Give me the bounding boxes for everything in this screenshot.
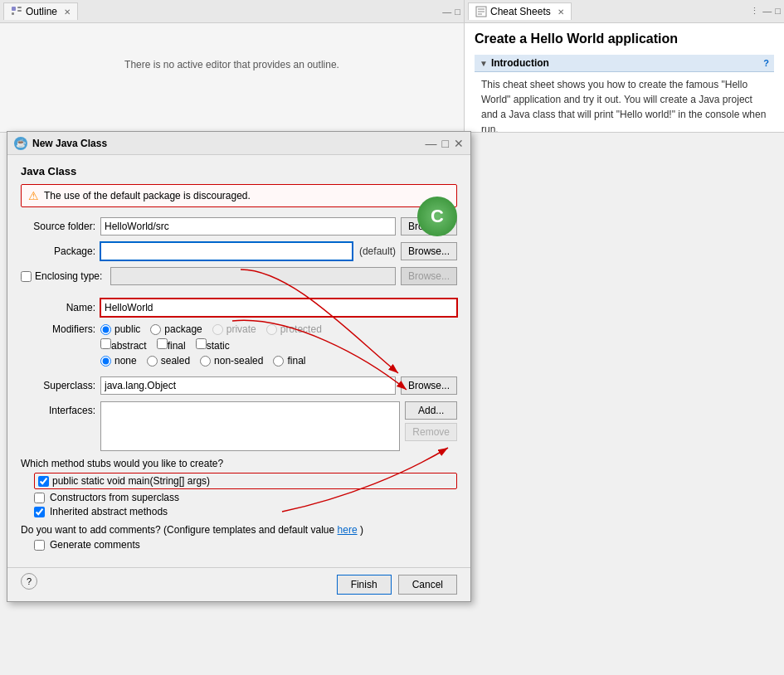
warning-icon: ⚠ — [28, 189, 39, 202]
cheatsheet-content: Create a Hello World application ▼ Intro… — [465, 23, 784, 132]
source-folder-label: Source folder: — [21, 221, 95, 232]
modifier-final-check-option[interactable]: final — [157, 338, 186, 352]
interfaces-remove-btn: Remove — [405, 423, 457, 441]
generate-comments-checkbox[interactable] — [34, 540, 45, 551]
dialog-help-btn[interactable]: ? — [21, 573, 37, 590]
source-folder-input[interactable] — [100, 217, 396, 236]
generate-comments-row: Generate comments — [34, 539, 457, 551]
package-label: Package: — [21, 245, 95, 257]
stub3-checkbox[interactable] — [34, 507, 45, 517]
outline-tab[interactable]: Outline ✕ — [3, 2, 78, 20]
stub1-row: public static void main(String[] args) — [34, 473, 457, 489]
interfaces-area: Interfaces: Add... Remove — [21, 401, 457, 451]
enclosing-type-label: Enclosing type: — [35, 270, 102, 282]
name-input[interactable] — [100, 299, 457, 317]
stub2-checkbox[interactable] — [34, 493, 45, 503]
enclosing-type-browse-btn: Browse... — [401, 267, 457, 285]
modifier-protected-label: protected — [280, 323, 322, 335]
modifier-sealed-label: sealed — [161, 355, 190, 367]
outline-tab-label: Outline — [26, 6, 57, 17]
introduction-header[interactable]: ▼ Introduction ? — [475, 55, 774, 72]
modifiers-other-group: abstract final static — [100, 338, 322, 352]
modifier-abstract-label: abstract — [111, 340, 147, 352]
comments-question: Do you want to add comments? (Configure … — [21, 524, 334, 536]
dialog-close-btn[interactable]: ✕ — [454, 137, 464, 150]
cheatsheet-tab-controls: ⋮ — □ — [750, 6, 781, 17]
package-row: Package: (default) Browse... — [21, 242, 457, 260]
svg-rect-1 — [12, 12, 14, 15]
modifiers-sealed-group: none sealed non-sealed final — [100, 355, 322, 367]
dialog-maximize-btn[interactable]: □ — [442, 137, 449, 150]
intro-text1: This cheat sheet shows you how to create… — [481, 77, 767, 132]
stubs-section: Which method stubs would you like to cre… — [21, 458, 457, 517]
cheatsheet-minimize-icon[interactable]: — — [762, 6, 772, 17]
dialog-minimize-btn[interactable]: — — [426, 137, 437, 150]
dialog-titlebar: ☕ New Java Class — □ ✕ — [7, 132, 470, 155]
package-browse-btn[interactable]: Browse... — [401, 242, 457, 260]
outline-tab-bar: Outline ✕ — □ — [0, 0, 464, 23]
modifier-private-option[interactable]: private — [212, 323, 256, 335]
interfaces-buttons: Add... Remove — [405, 401, 457, 441]
outline-maximize-icon[interactable]: □ — [455, 7, 460, 17]
cheatsheet-maximize-icon[interactable]: □ — [775, 6, 781, 17]
introduction-help-icon[interactable]: ? — [763, 58, 769, 68]
warning-box: ⚠ The use of the default package is disc… — [21, 184, 457, 207]
package-input[interactable] — [100, 242, 353, 260]
modifier-sealed-option[interactable]: sealed — [147, 355, 190, 367]
svg-rect-3 — [17, 10, 22, 12]
intro-arrow-icon: ▼ — [480, 59, 488, 68]
stub3-label: Inherited abstract methods — [50, 506, 168, 517]
new-java-class-dialog: ☕ New Java Class — □ ✕ Java Class C ⚠ Th… — [7, 131, 471, 602]
outline-tab-controls: — □ — [442, 7, 460, 17]
modifier-none-label: none — [114, 355, 137, 367]
modifier-protected-option[interactable]: protected — [266, 323, 322, 335]
cheatsheet-title: Create a Hello World application — [475, 32, 774, 46]
cancel-btn[interactable]: Cancel — [398, 575, 457, 595]
cheatsheet-menu-icon[interactable]: ⋮ — [750, 6, 759, 17]
enclosing-type-input[interactable] — [110, 267, 396, 285]
cheatsheet-tab[interactable]: Cheat Sheets ✕ — [468, 2, 572, 20]
stub2-label: Constructors from superclass — [50, 492, 179, 503]
superclass-input[interactable] — [100, 376, 396, 395]
modifier-public-option[interactable]: public — [100, 323, 140, 335]
interfaces-row: Interfaces: Add... Remove — [21, 401, 457, 451]
modifier-none-option[interactable]: none — [100, 355, 137, 367]
cheatsheet-tab-icon — [475, 6, 487, 17]
comments-link[interactable]: here — [338, 524, 358, 536]
stub1-checkbox[interactable] — [38, 476, 49, 487]
outline-tab-icon — [11, 6, 22, 17]
introduction-section: ▼ Introduction ? This cheat sheet shows … — [475, 55, 774, 132]
package-default-label: (default) — [359, 245, 396, 257]
modifier-package-option[interactable]: package — [150, 323, 202, 335]
interfaces-add-btn[interactable]: Add... — [405, 401, 457, 420]
modifier-final-radio-option[interactable]: final — [273, 355, 305, 367]
cheatsheet-tab-label: Cheat Sheets — [490, 6, 551, 17]
warning-text: The use of the default package is discou… — [44, 190, 251, 202]
modifier-private-label: private — [226, 323, 256, 335]
generate-comments-label: Generate comments — [50, 539, 140, 551]
interfaces-label: Interfaces: — [21, 401, 95, 416]
enclosing-type-row: Enclosing type: Browse... — [21, 267, 457, 285]
outline-minimize-icon[interactable]: — — [442, 7, 451, 17]
superclass-browse-btn[interactable]: Browse... — [401, 376, 457, 395]
stub3-row: Inherited abstract methods — [34, 506, 457, 517]
modifier-package-label: package — [164, 323, 202, 335]
dialog-title-icon: ☕ — [14, 137, 27, 150]
outline-tab-close[interactable]: ✕ — [64, 7, 71, 17]
cheatsheet-tab-close[interactable]: ✕ — [558, 7, 564, 17]
cheatsheet-tab-bar: Cheat Sheets ✕ ⋮ — □ — [465, 0, 784, 23]
outline-empty-message: There is no active editor that provides … — [0, 23, 464, 106]
finish-btn[interactable]: Finish — [337, 575, 392, 595]
modifier-abstract-option[interactable]: abstract — [100, 338, 147, 352]
svg-rect-2 — [17, 7, 22, 8]
introduction-body: This cheat sheet shows you how to create… — [475, 72, 774, 132]
cheatsheet-panel: Cheat Sheets ✕ ⋮ — □ Create a Hello Worl… — [465, 0, 784, 132]
modifier-final-radio-label: final — [287, 355, 305, 367]
modifier-static-option[interactable]: static — [196, 338, 230, 352]
enclosing-type-checkbox[interactable] — [21, 271, 32, 282]
modifier-non-sealed-option[interactable]: non-sealed — [200, 355, 263, 367]
modifier-static-label: static — [207, 340, 230, 352]
name-label: Name: — [21, 302, 95, 313]
modifier-public-label: public — [114, 323, 140, 335]
superclass-label: Superclass: — [21, 380, 95, 391]
